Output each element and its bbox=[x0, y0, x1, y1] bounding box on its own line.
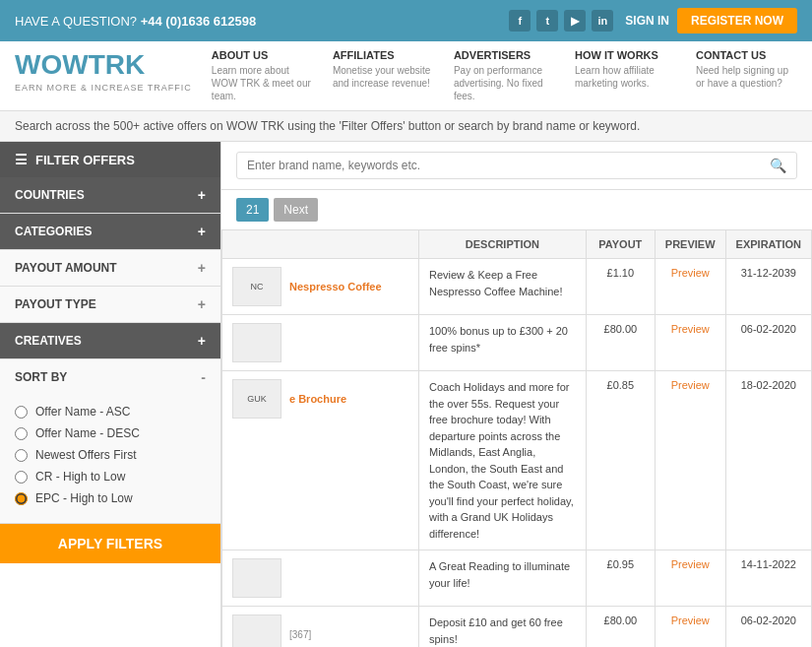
preview-link[interactable]: Preview bbox=[671, 267, 710, 279]
nav-advertisers[interactable]: ADVERTISERS Pay on performance advertisi… bbox=[454, 49, 555, 102]
offer-logo bbox=[232, 615, 281, 647]
preview-link[interactable]: Preview bbox=[671, 615, 710, 626]
nav-affiliates[interactable]: AFFILIATES Monetise your website and inc… bbox=[333, 49, 434, 102]
filter-section-creatives: CREATIVES + bbox=[0, 323, 220, 359]
nav-contact-us-desc: Need help signing up or have a question? bbox=[696, 64, 797, 90]
filter-payout-amount-toggle: + bbox=[198, 260, 206, 276]
sort-radio-newest[interactable] bbox=[15, 449, 28, 462]
filter-payout-amount-header[interactable]: PAYOUT AMOUNT + bbox=[0, 250, 220, 286]
top-bar: HAVE A QUESTION? +44 (0)1636 612598 f t … bbox=[0, 0, 812, 41]
page-21-button[interactable]: 21 bbox=[236, 198, 269, 222]
register-button[interactable]: REGISTER NOW bbox=[677, 8, 797, 33]
content-area: 🔍 21 Next DESCRIPTION PAYOUT PREVIEW EXP… bbox=[221, 142, 812, 647]
offer-expiration: 18-02-2020 bbox=[725, 371, 811, 550]
sign-in-link[interactable]: SIGN IN bbox=[625, 14, 669, 28]
twitter-icon[interactable]: t bbox=[536, 10, 558, 32]
linkedin-icon[interactable]: in bbox=[592, 10, 613, 32]
hamburger-icon: ☰ bbox=[15, 152, 28, 167]
th-payout: PAYOUT bbox=[586, 230, 655, 259]
offer-logo: NC bbox=[232, 267, 281, 306]
filter-header: ☰ FILTER OFFERS bbox=[0, 142, 220, 177]
offer-name[interactable]: e Brochure bbox=[289, 393, 346, 405]
filter-section-sort-by: SORT BY - Offer Name - ASC Offer Name - … bbox=[0, 359, 220, 524]
filter-categories-toggle: + bbox=[198, 224, 206, 239]
offer-payout: £0.95 bbox=[586, 550, 655, 607]
filter-sort-by-header[interactable]: SORT BY - bbox=[0, 359, 220, 395]
th-expiration: EXPIRATION bbox=[725, 230, 811, 259]
filter-payout-type-header[interactable]: PAYOUT TYPE + bbox=[0, 287, 220, 322]
offer-info: Nespresso Coffee bbox=[289, 281, 382, 292]
offer-cell: NC Nespresso Coffee bbox=[222, 259, 419, 315]
sort-radio-name-asc[interactable] bbox=[15, 406, 28, 419]
offer-description: 100% bonus up to £300 + 20 free spins* bbox=[419, 315, 587, 371]
offer-preview[interactable]: Preview bbox=[655, 607, 725, 648]
question-text: HAVE A QUESTION? +44 (0)1636 612598 bbox=[15, 14, 256, 29]
table-row: 100% bonus up to £300 + 20 free spins* £… bbox=[222, 315, 812, 371]
offer-expiration: 31-12-2039 bbox=[725, 259, 811, 315]
filter-section-payout-type: PAYOUT TYPE + bbox=[0, 287, 220, 323]
next-page-button[interactable]: Next bbox=[274, 198, 318, 222]
sidebar: ☰ FILTER OFFERS COUNTRIES + CATEGORIES +… bbox=[0, 142, 221, 647]
youtube-icon[interactable]: ▶ bbox=[564, 10, 586, 32]
sort-radio-cr[interactable] bbox=[15, 471, 28, 484]
nav-items: ABOUT US Learn more about WOW TRK & meet… bbox=[212, 49, 797, 102]
sort-options: Offer Name - ASC Offer Name - DESC Newes… bbox=[0, 395, 220, 523]
offer-preview[interactable]: Preview bbox=[655, 550, 725, 607]
search-input-wrap: 🔍 bbox=[236, 152, 797, 179]
facebook-icon[interactable]: f bbox=[509, 10, 531, 32]
search-input[interactable] bbox=[247, 159, 770, 172]
filter-payout-type-label: PAYOUT TYPE bbox=[15, 297, 96, 311]
preview-link[interactable]: Preview bbox=[671, 558, 710, 570]
filter-sort-by-label: SORT BY bbox=[15, 370, 67, 384]
nav-affiliates-desc: Monetise your website and increase reven… bbox=[333, 64, 434, 90]
filter-payout-type-toggle: + bbox=[198, 296, 206, 312]
offer-name[interactable]: Nespresso Coffee bbox=[289, 281, 382, 292]
main-layout: ☰ FILTER OFFERS COUNTRIES + CATEGORIES +… bbox=[0, 142, 812, 647]
offer-preview[interactable]: Preview bbox=[655, 315, 725, 371]
nav-affiliates-title: AFFILIATES bbox=[333, 49, 434, 61]
table-row: [367] Deposit £10 and get 60 free spins!… bbox=[222, 607, 812, 648]
nav-advertisers-title: ADVERTISERS bbox=[454, 49, 555, 61]
search-bar-text: Search across the 500+ active offers on … bbox=[0, 111, 812, 142]
offer-logo bbox=[232, 558, 281, 598]
filter-creatives-header[interactable]: CREATIVES + bbox=[0, 323, 220, 358]
logo-tagline: EARN MORE & INCREASE TRAFFIC bbox=[15, 83, 192, 93]
filter-categories-header[interactable]: CATEGORIES + bbox=[0, 214, 220, 249]
sort-option-cr[interactable]: CR - High to Low bbox=[15, 470, 206, 484]
nav-about-us[interactable]: ABOUT US Learn more about WOW TRK & meet… bbox=[212, 49, 313, 102]
th-preview: PREVIEW bbox=[655, 230, 725, 259]
filter-title: FILTER OFFERS bbox=[35, 153, 135, 167]
table-row: GUK e Brochure Coach Holidays and more f… bbox=[222, 371, 812, 550]
content-header: 🔍 bbox=[221, 142, 812, 190]
sort-radio-name-desc[interactable] bbox=[15, 427, 28, 440]
sort-option-name-asc[interactable]: Offer Name - ASC bbox=[15, 405, 206, 419]
nav-contact-us[interactable]: CONTACT US Need help signing up or have … bbox=[696, 49, 797, 102]
th-description: DESCRIPTION bbox=[419, 230, 587, 259]
sort-option-name-desc[interactable]: Offer Name - DESC bbox=[15, 426, 206, 440]
filter-countries-header[interactable]: COUNTRIES + bbox=[0, 177, 220, 213]
nav-how-it-works-title: HOW IT WORKS bbox=[575, 49, 676, 61]
nav-about-us-title: ABOUT US bbox=[212, 49, 313, 61]
offer-preview[interactable]: Preview bbox=[655, 259, 725, 315]
table-row: A Great Reading to illuminate your life!… bbox=[222, 550, 812, 607]
social-links: f t ▶ in bbox=[509, 10, 613, 32]
search-icon: 🔍 bbox=[770, 158, 786, 173]
sort-radio-epc[interactable] bbox=[15, 492, 28, 505]
sort-option-epc[interactable]: EPC - High to Low bbox=[15, 491, 206, 505]
offer-description: A Great Reading to illuminate your life! bbox=[419, 550, 587, 607]
preview-link[interactable]: Preview bbox=[671, 323, 710, 335]
header: WOWTRK EARN MORE & INCREASE TRAFFIC ABOU… bbox=[0, 41, 812, 111]
apply-filters-button[interactable]: APPLY FILTERS bbox=[0, 524, 220, 563]
logo[interactable]: WOWTRK EARN MORE & INCREASE TRAFFIC bbox=[15, 49, 192, 93]
offer-description: Coach Holidays and more for the over 55s… bbox=[419, 371, 587, 550]
filter-payout-amount-label: PAYOUT AMOUNT bbox=[15, 261, 117, 275]
preview-link[interactable]: Preview bbox=[671, 379, 710, 391]
logo-trk: TRK bbox=[89, 49, 146, 80]
offer-payout: £80.00 bbox=[586, 315, 655, 371]
offer-info: e Brochure bbox=[289, 393, 346, 405]
sort-option-newest[interactable]: Newest Offers First bbox=[15, 448, 206, 462]
nav-advertisers-desc: Pay on performance advertising. No fixed… bbox=[454, 64, 555, 102]
pagination: 21 Next bbox=[221, 190, 812, 229]
nav-how-it-works[interactable]: HOW IT WORKS Learn how affiliate marketi… bbox=[575, 49, 676, 102]
offer-preview[interactable]: Preview bbox=[655, 371, 725, 550]
